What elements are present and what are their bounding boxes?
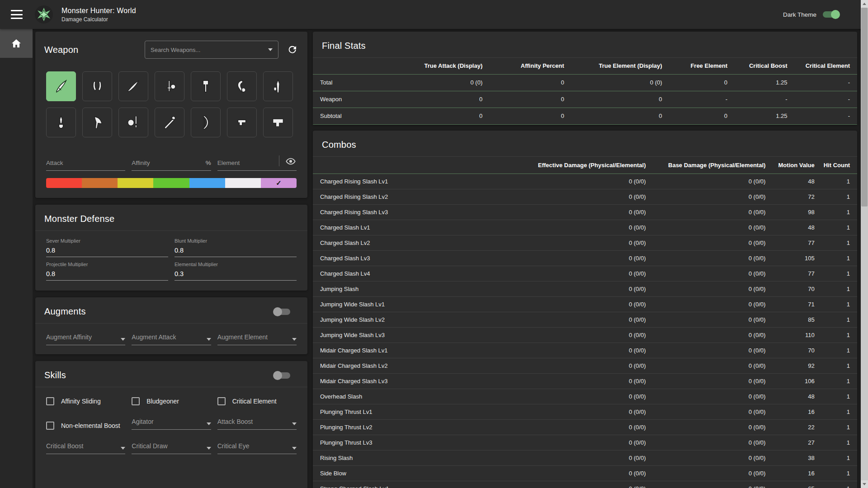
augments-toggle[interactable] [274, 309, 290, 315]
element-swatch-yellow[interactable]: ✓ [118, 178, 153, 188]
sidebar-item-home[interactable] [0, 29, 33, 58]
multiplier-field[interactable]: Sever Multiplier 0.8 [46, 238, 168, 257]
element-input[interactable]: Element [217, 153, 297, 171]
weapon-type-insect-glaive[interactable] [155, 108, 184, 137]
skills-title: Skills [44, 370, 66, 380]
weapon-type-icon [53, 79, 69, 94]
checkbox-icon [46, 397, 54, 405]
weapon-type-hammer[interactable] [191, 71, 221, 101]
table-row: Charged Slash Lv3 0 (0/0) 0 (0/0) 105 1 [313, 251, 857, 266]
affinity-input[interactable]: Affinity % [132, 153, 211, 171]
weapon-type-charge-blade[interactable] [118, 108, 148, 137]
column-header: True Attack (Display) [384, 58, 487, 74]
weapon-type-great-sword[interactable] [46, 71, 76, 101]
skills-toggle[interactable] [274, 372, 290, 379]
table-row: Overhead Slash 0 (0/0) 0 (0/0) 48 1 [313, 389, 857, 404]
critical-draw-select[interactable]: Critical Draw [132, 442, 211, 454]
table-row: Charged Slash Lv1 0 (0/0) 0 (0/0) 48 1 [313, 220, 857, 235]
true-element-cell: 0 (0) [569, 74, 667, 91]
refresh-button[interactable] [287, 44, 298, 56]
checkbox-label: Affinity Sliding [61, 398, 101, 405]
checkbox-icon [132, 397, 140, 405]
scroll-up-button[interactable] [861, 0, 868, 8]
augment-element-select[interactable]: Augment Element [217, 333, 297, 345]
attack-input[interactable]: Attack [46, 153, 125, 171]
multiplier-field[interactable]: Elemental Multiplier 0.3 [175, 262, 297, 281]
base-damage-cell: 0 (0/0) [650, 328, 770, 343]
weapon-type-long-sword[interactable] [118, 71, 148, 101]
column-header: Hit Count [819, 157, 857, 174]
attack-boost-select[interactable]: Attack Boost [217, 418, 297, 430]
weapon-search-input[interactable]: Search Weapons... [145, 41, 278, 59]
critical-element-cell: - [792, 108, 857, 124]
weapon-type-icon [126, 115, 141, 130]
true-attack-cell: 0 [384, 91, 487, 108]
element-swatch-green[interactable]: ✓ [153, 178, 189, 188]
menu-icon[interactable] [11, 10, 23, 19]
multiplier-field[interactable]: Projectile Multiplier 0.8 [46, 262, 168, 281]
element-swatch-white[interactable]: ✓ [225, 178, 261, 188]
critical-boost-select[interactable]: Critical Boost [46, 442, 125, 454]
weapon-type-icon [270, 79, 286, 94]
weapon-type-bow[interactable] [191, 108, 221, 137]
vertical-scrollbar[interactable] [861, 0, 868, 488]
effective-damage-cell: 0 (0/0) [520, 266, 651, 282]
weapon-type-icon [198, 79, 213, 94]
hit-count-cell: 1 [819, 328, 857, 343]
weapon-type-heavy-bowgun[interactable] [263, 108, 293, 137]
element-swatch-blue[interactable]: ✓ [189, 178, 225, 188]
element-swatch-purple[interactable]: ✓ [261, 178, 297, 188]
affinity-percent-cell: 0 [487, 91, 569, 108]
element-input-label: Element [217, 160, 240, 166]
scroll-down-button[interactable] [861, 480, 868, 488]
combos-body: Charged Rising Slash Lv1 0 (0/0) 0 (0/0)… [313, 174, 857, 488]
weapon-type-hunting-horn[interactable] [227, 71, 257, 101]
skills-card: Skills Affinity Sliding Bludgeoner Criti… [35, 361, 307, 488]
row-label: Total [313, 74, 384, 91]
scrollbar-thumb[interactable] [861, 8, 868, 206]
weapon-type-lance[interactable] [263, 71, 293, 101]
checkbox-critical-element[interactable]: Critical Element [217, 397, 297, 405]
checkbox-affinity-sliding[interactable]: Affinity Sliding [46, 397, 125, 405]
agitator-select[interactable]: Agitator [132, 418, 211, 430]
base-damage-cell: 0 (0/0) [650, 435, 770, 450]
combos-card: Combos Effective Damage (Physical/Elemen… [313, 131, 857, 488]
augment-element-label: Augment Element [217, 333, 268, 341]
multiplier-value[interactable]: 0.8 [46, 247, 168, 257]
element-swatch-red[interactable]: ✓ [46, 178, 82, 188]
column-header: Critical Boost [732, 58, 792, 74]
checkbox-label: Non-elemental Boost [61, 422, 120, 429]
multiplier-value[interactable]: 0.8 [175, 247, 297, 257]
weapon-type-dual-blades[interactable] [82, 71, 112, 101]
motion-value-cell: 105 [770, 251, 819, 266]
combo-name-cell: Plunging Thrust Lv3 [313, 435, 520, 450]
hit-count-cell: 1 [819, 374, 857, 389]
visibility-eye-icon[interactable] [286, 156, 296, 166]
hit-count-cell: 1 [819, 420, 857, 435]
hit-count-cell: 1 [819, 251, 857, 266]
multiplier-value[interactable]: 0.3 [175, 270, 297, 281]
combo-name-cell: Overhead Slash [313, 389, 520, 404]
multiplier-field[interactable]: Blunt Multiplier 0.8 [175, 238, 297, 257]
hit-count-cell: 1 [819, 435, 857, 450]
effective-damage-cell: 0 (0/0) [520, 466, 651, 481]
weapon-type-sword-shield[interactable] [155, 71, 184, 101]
augment-affinity-select[interactable]: Augment Affinity [46, 333, 125, 345]
checkbox-non-elemental-boost[interactable]: Non-elemental Boost [46, 422, 125, 430]
element-swatch-orange[interactable]: ✓ [82, 178, 118, 188]
final-stats-body: Total 0 (0) 0 0 (0) 0 1.25 - Weapon 0 [313, 74, 857, 124]
table-header-row: True Attack (Display)Affinity PercentTru… [313, 58, 857, 74]
critical-draw-label: Critical Draw [132, 442, 167, 450]
multiplier-value[interactable]: 0.8 [46, 270, 168, 281]
weapon-type-switch-axe[interactable] [82, 108, 112, 137]
combo-name-cell: Strong Charged Slash Lv1 [313, 481, 520, 488]
weapon-type-gunlance[interactable] [46, 108, 76, 137]
augment-attack-select[interactable]: Augment Attack [132, 333, 211, 345]
critical-eye-select[interactable]: Critical Eye [217, 442, 297, 454]
weapon-type-light-bowgun[interactable] [227, 108, 257, 137]
checkbox-bludgeoner[interactable]: Bludgeoner [132, 397, 211, 405]
effective-damage-cell: 0 (0/0) [520, 404, 651, 420]
dark-theme-toggle[interactable] [823, 11, 839, 18]
critical-boost-cell: - [732, 91, 792, 108]
table-row: Charged Slash Lv2 0 (0/0) 0 (0/0) 77 1 [313, 235, 857, 251]
